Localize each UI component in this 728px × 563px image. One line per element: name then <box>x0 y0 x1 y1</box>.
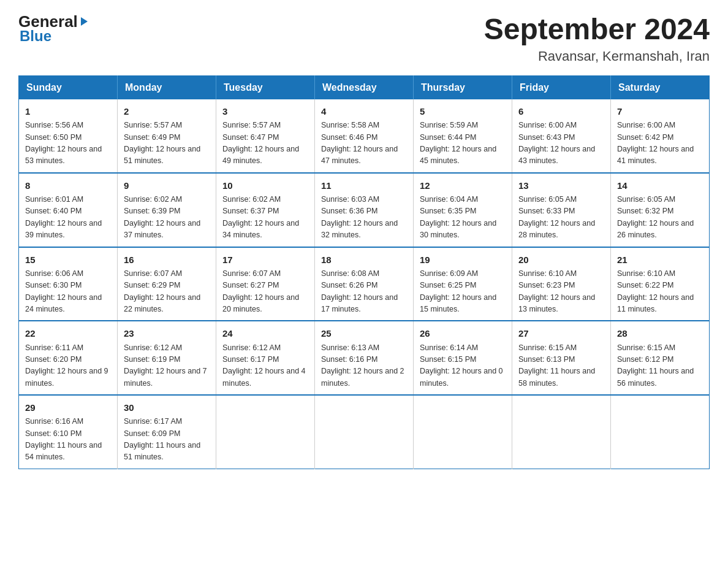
day-number: 27 <box>518 326 604 340</box>
sunrise-text: Sunrise: 6:16 AM <box>25 417 83 426</box>
sunrise-text: Sunrise: 6:15 AM <box>518 343 577 352</box>
sunrise-text: Sunrise: 5:57 AM <box>222 121 281 129</box>
calendar-cell: 11Sunrise: 6:03 AMSunset: 6:36 PMDayligh… <box>315 173 414 247</box>
daylight-text: Daylight: 12 hours and 0 minutes. <box>420 367 503 387</box>
calendar-cell <box>611 395 710 469</box>
logo-area: General Blue <box>18 12 88 45</box>
sunrise-text: Sunrise: 6:12 AM <box>222 343 281 352</box>
day-number: 9 <box>124 178 210 193</box>
day-number: 3 <box>222 104 308 118</box>
sunrise-text: Sunrise: 6:08 AM <box>321 269 379 278</box>
sunrise-text: Sunrise: 6:11 AM <box>25 343 83 352</box>
calendar-cell: 20Sunrise: 6:10 AMSunset: 6:23 PMDayligh… <box>512 247 611 321</box>
day-number: 2 <box>124 104 210 118</box>
sunset-text: Sunset: 6:42 PM <box>617 133 673 142</box>
calendar-cell: 10Sunrise: 6:02 AMSunset: 6:37 PMDayligh… <box>216 173 315 247</box>
calendar-cell: 3Sunrise: 5:57 AMSunset: 6:47 PMDaylight… <box>216 99 315 173</box>
sunset-text: Sunset: 6:40 PM <box>25 207 82 215</box>
sunset-text: Sunset: 6:50 PM <box>25 133 82 142</box>
sunrise-text: Sunrise: 6:04 AM <box>420 195 478 204</box>
title-area: September 2024 Ravansar, Kermanshah, Ira… <box>484 12 710 64</box>
sunset-text: Sunset: 6:44 PM <box>420 133 476 142</box>
sunrise-text: Sunrise: 6:00 AM <box>518 121 577 129</box>
calendar-cell: 28Sunrise: 6:15 AMSunset: 6:12 PMDayligh… <box>611 321 710 395</box>
col-header-wednesday: Wednesday <box>315 76 414 100</box>
daylight-text: Daylight: 12 hours and 9 minutes. <box>25 367 108 387</box>
sunrise-text: Sunrise: 5:58 AM <box>321 121 379 129</box>
sunrise-text: Sunrise: 6:02 AM <box>222 195 281 204</box>
sunset-text: Sunset: 6:25 PM <box>420 281 476 289</box>
col-header-monday: Monday <box>118 76 216 100</box>
day-number: 1 <box>25 104 111 118</box>
col-header-friday: Friday <box>512 76 611 100</box>
day-number: 15 <box>25 253 111 267</box>
sunset-text: Sunset: 6:22 PM <box>617 281 673 289</box>
top-section: General Blue September 2024 Ravansar, Ke… <box>18 12 710 64</box>
calendar-cell: 18Sunrise: 6:08 AMSunset: 6:26 PMDayligh… <box>315 247 414 321</box>
sunset-text: Sunset: 6:32 PM <box>617 207 673 215</box>
calendar-week-row: 15Sunrise: 6:06 AMSunset: 6:30 PMDayligh… <box>19 247 710 321</box>
day-number: 24 <box>222 326 308 340</box>
logo-blue-line: Blue <box>20 28 88 45</box>
daylight-text: Daylight: 12 hours and 39 minutes. <box>25 219 102 239</box>
sunset-text: Sunset: 6:27 PM <box>222 281 279 289</box>
location-subtitle: Ravansar, Kermanshah, Iran <box>484 48 710 64</box>
calendar-cell: 13Sunrise: 6:05 AMSunset: 6:33 PMDayligh… <box>512 173 611 247</box>
day-number: 12 <box>420 178 506 193</box>
sunset-text: Sunset: 6:10 PM <box>25 429 82 438</box>
day-number: 20 <box>518 253 604 267</box>
sunrise-text: Sunrise: 6:02 AM <box>124 195 182 204</box>
col-header-thursday: Thursday <box>414 76 512 100</box>
daylight-text: Daylight: 12 hours and 47 minutes. <box>321 145 398 165</box>
daylight-text: Daylight: 12 hours and 24 minutes. <box>25 293 102 313</box>
calendar-week-row: 22Sunrise: 6:11 AMSunset: 6:20 PMDayligh… <box>19 321 710 395</box>
sunrise-text: Sunrise: 5:59 AM <box>420 121 478 129</box>
day-number: 13 <box>518 178 604 193</box>
daylight-text: Daylight: 12 hours and 37 minutes. <box>124 219 200 239</box>
day-number: 28 <box>617 326 703 340</box>
calendar-cell: 1Sunrise: 5:56 AMSunset: 6:50 PMDaylight… <box>19 99 118 173</box>
sunset-text: Sunset: 6:17 PM <box>222 355 279 364</box>
daylight-text: Daylight: 11 hours and 51 minutes. <box>124 441 200 461</box>
calendar-cell: 26Sunrise: 6:14 AMSunset: 6:15 PMDayligh… <box>414 321 512 395</box>
sunrise-text: Sunrise: 6:07 AM <box>222 269 281 278</box>
calendar-cell: 17Sunrise: 6:07 AMSunset: 6:27 PMDayligh… <box>216 247 315 321</box>
calendar-cell: 8Sunrise: 6:01 AMSunset: 6:40 PMDaylight… <box>19 173 118 247</box>
calendar-cell: 25Sunrise: 6:13 AMSunset: 6:16 PMDayligh… <box>315 321 414 395</box>
day-number: 19 <box>420 253 506 267</box>
sunset-text: Sunset: 6:29 PM <box>124 281 180 289</box>
logo-triangle-icon <box>81 17 88 26</box>
day-number: 21 <box>617 253 703 267</box>
daylight-text: Daylight: 11 hours and 54 minutes. <box>25 441 102 461</box>
day-number: 10 <box>222 178 308 193</box>
sunset-text: Sunset: 6:30 PM <box>25 281 82 289</box>
sunrise-text: Sunrise: 6:14 AM <box>420 343 478 352</box>
calendar-cell: 22Sunrise: 6:11 AMSunset: 6:20 PMDayligh… <box>19 321 118 395</box>
day-header-row: SundayMondayTuesdayWednesdayThursdayFrid… <box>19 76 710 100</box>
daylight-text: Daylight: 11 hours and 58 minutes. <box>518 367 595 387</box>
calendar-cell: 14Sunrise: 6:05 AMSunset: 6:32 PMDayligh… <box>611 173 710 247</box>
day-number: 16 <box>124 253 210 267</box>
daylight-text: Daylight: 12 hours and 15 minutes. <box>420 293 496 313</box>
sunrise-text: Sunrise: 6:17 AM <box>124 417 182 426</box>
day-number: 11 <box>321 178 407 193</box>
day-number: 22 <box>25 326 111 340</box>
calendar-week-row: 1Sunrise: 5:56 AMSunset: 6:50 PMDaylight… <box>19 99 710 173</box>
sunset-text: Sunset: 6:43 PM <box>518 133 575 142</box>
calendar-cell: 19Sunrise: 6:09 AMSunset: 6:25 PMDayligh… <box>414 247 512 321</box>
daylight-text: Daylight: 12 hours and 17 minutes. <box>321 293 398 313</box>
calendar-cell: 2Sunrise: 5:57 AMSunset: 6:49 PMDaylight… <box>118 99 216 173</box>
calendar-cell: 15Sunrise: 6:06 AMSunset: 6:30 PMDayligh… <box>19 247 118 321</box>
calendar-cell <box>414 395 512 469</box>
sunrise-text: Sunrise: 6:05 AM <box>617 195 675 204</box>
daylight-text: Daylight: 12 hours and 4 minutes. <box>222 367 306 387</box>
daylight-text: Daylight: 12 hours and 11 minutes. <box>617 293 694 313</box>
daylight-text: Daylight: 12 hours and 30 minutes. <box>420 219 496 239</box>
sunset-text: Sunset: 6:39 PM <box>124 207 180 215</box>
day-number: 18 <box>321 253 407 267</box>
sunrise-text: Sunrise: 6:00 AM <box>617 121 675 129</box>
sunset-text: Sunset: 6:16 PM <box>321 355 377 364</box>
sunset-text: Sunset: 6:23 PM <box>518 281 575 289</box>
calendar-cell: 4Sunrise: 5:58 AMSunset: 6:46 PMDaylight… <box>315 99 414 173</box>
day-number: 23 <box>124 326 210 340</box>
